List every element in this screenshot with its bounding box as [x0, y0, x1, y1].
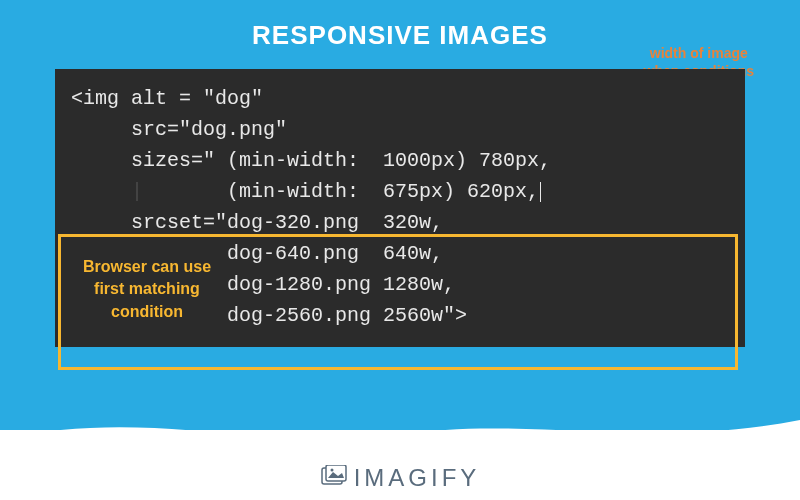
background-panel: RESPONSIVE IMAGES width of image when co… — [0, 0, 800, 430]
svg-rect-5 — [326, 465, 346, 481]
footer-logo: IMAGIFY — [0, 464, 800, 492]
cursor-icon — [540, 182, 541, 202]
wave-divider-icon — [0, 400, 800, 462]
code-string: "dog" — [203, 87, 263, 110]
code-text: sizes= — [71, 149, 203, 172]
code-string: " (min-width: 1000px) 780px, — [203, 149, 551, 172]
svg-point-6 — [330, 469, 333, 472]
code-text: <img alt = — [71, 87, 203, 110]
code-string: "dog-320.png 320w, — [215, 211, 443, 234]
code-string: (min-width: 675px) 620px, — [71, 180, 539, 203]
code-text: srcset= — [71, 211, 215, 234]
annotation-browser-note: Browser can use first matching condition — [72, 256, 222, 323]
code-text: src= — [71, 118, 179, 141]
logo-text: IMAGIFY — [354, 464, 481, 491]
imagify-logo-icon — [320, 465, 348, 491]
code-string: "dog.png" — [179, 118, 287, 141]
